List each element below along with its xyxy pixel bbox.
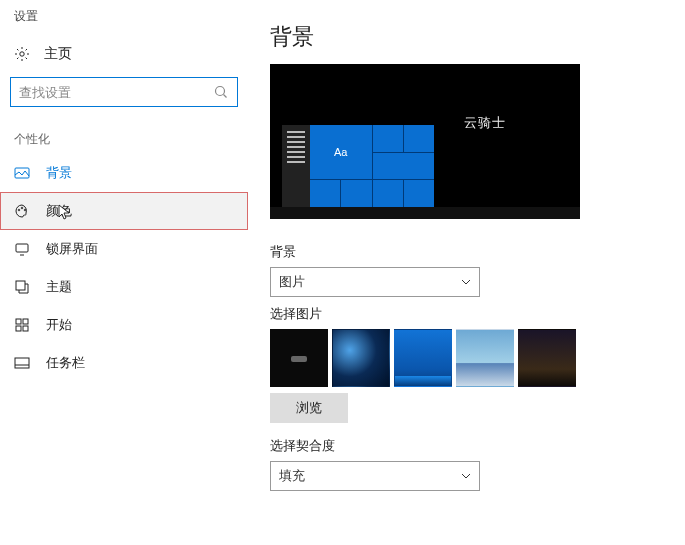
preview-brand-text: 云骑士 [464, 114, 506, 132]
svg-rect-11 [23, 326, 28, 331]
sidebar-item-label: 任务栏 [46, 354, 85, 372]
svg-rect-9 [23, 319, 28, 324]
svg-point-4 [21, 207, 23, 209]
sidebar-item-themes[interactable]: 主题 [0, 268, 248, 306]
sidebar-item-label: 颜色 [46, 202, 72, 220]
choose-picture-label: 选择图片 [270, 305, 667, 323]
sidebar-item-taskbar[interactable]: 任务栏 [0, 344, 248, 382]
picture-thumb-3[interactable] [456, 329, 514, 387]
palette-icon [14, 203, 30, 219]
preview-start-menu: Aa [282, 125, 434, 207]
svg-rect-7 [16, 281, 25, 290]
desktop-preview: 云骑士 Aa [270, 64, 580, 219]
fit-select[interactable]: 填充 [270, 461, 480, 491]
picture-thumb-0[interactable] [270, 329, 328, 387]
sidebar-item-label: 主题 [46, 278, 72, 296]
sidebar-item-background[interactable]: 背景 [0, 154, 248, 192]
taskbar-icon [14, 355, 30, 371]
picture-thumb-2[interactable] [394, 329, 452, 387]
chevron-down-icon [461, 469, 471, 484]
sidebar-item-label: 开始 [46, 316, 72, 334]
select-value: 填充 [279, 467, 305, 485]
svg-rect-10 [16, 326, 21, 331]
preview-tile-aa: Aa [310, 125, 372, 179]
picture-thumb-1[interactable] [332, 329, 390, 387]
settings-label: 设置 [0, 0, 248, 39]
sidebar-item-lockscreen[interactable]: 锁屏界面 [0, 230, 248, 268]
lock-icon [14, 241, 30, 257]
svg-point-3 [18, 209, 20, 211]
picture-thumbnails [270, 329, 667, 387]
main-content: 背景 云骑士 Aa 背景 图片 选择图片 [248, 0, 685, 545]
svg-point-0 [20, 52, 24, 56]
search-input-wrap[interactable] [10, 77, 238, 107]
search-icon [213, 84, 229, 100]
chevron-down-icon [461, 275, 471, 290]
svg-rect-12 [15, 358, 29, 368]
svg-rect-6 [16, 244, 28, 252]
sidebar-item-label: 背景 [46, 164, 72, 182]
sidebar: 设置 主页 个性化 背景 颜色 [0, 0, 248, 545]
page-title: 背景 [270, 22, 667, 52]
home-label: 主页 [44, 45, 72, 63]
fit-label: 选择契合度 [270, 437, 667, 455]
gear-icon [14, 46, 30, 62]
svg-point-1 [216, 87, 225, 96]
browse-button[interactable]: 浏览 [270, 393, 348, 423]
svg-point-5 [24, 209, 26, 211]
search-input[interactable] [19, 85, 213, 100]
background-type-select[interactable]: 图片 [270, 267, 480, 297]
svg-rect-8 [16, 319, 21, 324]
preview-taskbar [270, 207, 580, 219]
background-label: 背景 [270, 243, 667, 261]
home-nav[interactable]: 主页 [0, 39, 248, 77]
sidebar-item-label: 锁屏界面 [46, 240, 98, 258]
sidebar-item-start[interactable]: 开始 [0, 306, 248, 344]
sidebar-item-colors[interactable]: 颜色 [0, 192, 248, 230]
picture-thumb-4[interactable] [518, 329, 576, 387]
select-value: 图片 [279, 273, 305, 291]
start-icon [14, 317, 30, 333]
theme-icon [14, 279, 30, 295]
image-icon [14, 165, 30, 181]
category-heading: 个性化 [0, 121, 248, 154]
